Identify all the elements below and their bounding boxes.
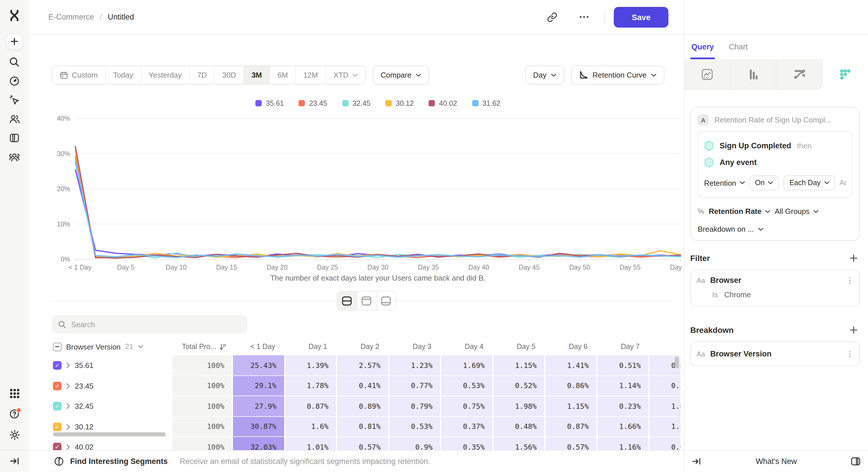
retention-cell[interactable]: 1.16%	[597, 437, 649, 450]
create-new-button[interactable]	[6, 33, 23, 49]
retention-on-dropdown[interactable]: On	[749, 175, 779, 190]
layout-panel-icon[interactable]	[851, 457, 861, 466]
expand-row-icon[interactable]	[66, 444, 70, 450]
range-3m[interactable]: 3M	[244, 66, 270, 84]
range-today[interactable]: Today	[105, 66, 141, 84]
help-icon[interactable]	[5, 404, 24, 423]
expand-row-icon[interactable]	[66, 363, 70, 369]
retention-cell[interactable]: 0.23%	[597, 396, 649, 416]
retention-advanced-dropdown[interactable]: Adv...	[839, 179, 846, 187]
groups-dropdown[interactable]: All Groups	[775, 207, 818, 215]
breadcrumb-report-title[interactable]: Untitled	[108, 13, 134, 21]
retention-cell[interactable]: 0.29%	[649, 376, 680, 396]
retention-cell[interactable]: 0.51%	[597, 355, 649, 376]
report-type-flows[interactable]	[777, 59, 823, 90]
legend-item[interactable]: 32.45	[342, 99, 370, 107]
table-row-32.45[interactable]: ✓ 32.45100%27.9%0.87%0.89%0.79%0.75%1.98…	[52, 396, 680, 416]
vertical-scrollbar[interactable]	[675, 357, 679, 368]
tab-chart[interactable]: Chart	[729, 34, 748, 59]
layout-chart-top-button[interactable]	[356, 292, 376, 310]
mixpanel-logo-icon[interactable]	[8, 7, 21, 24]
day-column-header[interactable]: Day 5	[493, 343, 545, 351]
apps-grid-icon[interactable]	[5, 384, 24, 403]
retention-cell[interactable]: 0.57%	[545, 437, 597, 450]
retention-cell[interactable]: 0.75%	[441, 396, 493, 416]
day-column-header[interactable]: Day 1	[285, 343, 337, 351]
filter-kebab-icon[interactable]: ⋮	[846, 276, 854, 284]
retention-cell[interactable]: 0.79%	[389, 396, 441, 416]
tab-query[interactable]: Query	[691, 34, 714, 59]
breakdown-property-row[interactable]: Aa Browser Version ⋮	[696, 349, 854, 358]
retention-cell[interactable]: 1.56%	[493, 437, 545, 450]
row-checkbox[interactable]: ✓	[53, 443, 62, 450]
breadcrumb-project[interactable]: E-Commerce	[48, 13, 94, 21]
interesting-segments-bar[interactable]: Find Interesting Segments Receive an ema…	[29, 450, 684, 472]
retention-cell[interactable]: 32.03%	[233, 437, 285, 450]
search-input[interactable]	[71, 320, 241, 329]
range-custom[interactable]: Custom	[52, 66, 105, 84]
granularity-dropdown[interactable]: Day	[525, 66, 564, 85]
chart-type-dropdown[interactable]: Retention Curve	[571, 66, 664, 85]
group-column-header[interactable]: Browser Version21	[52, 342, 173, 351]
day-column-header[interactable]: Day 3	[389, 343, 441, 351]
retention-cell[interactable]: 1.69%	[441, 355, 493, 376]
retention-cell[interactable]: 0.87%	[545, 416, 597, 437]
day-column-header[interactable]: < 1 Day	[233, 343, 285, 351]
more-options-icon[interactable]	[576, 8, 593, 26]
retention-cell[interactable]: 0.87%	[285, 396, 337, 416]
retention-cell[interactable]: 0.81%	[337, 416, 389, 437]
save-button[interactable]: Save	[614, 7, 669, 27]
retention-type-dropdown[interactable]: Retention	[704, 178, 745, 187]
retention-cell[interactable]: 1.98%	[493, 396, 545, 416]
retention-cell[interactable]: 1.41%	[545, 355, 597, 376]
expand-row-icon[interactable]	[66, 424, 70, 430]
retention-cell[interactable]: 27.9%	[233, 396, 285, 416]
retention-cell[interactable]: 30.87%	[233, 416, 285, 437]
legend-item[interactable]: 30.12	[385, 99, 414, 107]
range-12m[interactable]: 12M	[296, 66, 326, 84]
range-7d[interactable]: 7D	[189, 66, 214, 84]
retention-cell[interactable]: 25.43%	[233, 355, 285, 376]
retention-cell[interactable]: 1.02%	[649, 396, 680, 416]
retention-cell[interactable]: 1.66%	[597, 416, 649, 437]
retention-cell[interactable]: 0.48%	[493, 416, 545, 437]
query-step-1[interactable]: Sign Up Completedthen	[704, 137, 846, 154]
users-icon[interactable]	[5, 109, 24, 128]
select-all-checkbox[interactable]	[53, 342, 62, 351]
report-type-insights[interactable]	[684, 59, 731, 90]
retention-cell[interactable]: 0.53%	[441, 376, 493, 396]
retention-cell[interactable]: 0.35%	[441, 437, 493, 450]
retention-cell[interactable]: 0.68%	[649, 437, 680, 450]
total-cell[interactable]: 100%	[173, 437, 233, 450]
report-type-retention[interactable]	[823, 59, 868, 90]
search-nav-icon[interactable]	[5, 52, 24, 71]
cohorts-icon[interactable]	[5, 147, 24, 166]
filter-property-row[interactable]: Aa Browser ⋮	[696, 276, 854, 284]
compare-button[interactable]: Compare	[373, 66, 429, 85]
whats-new-link[interactable]: What's New	[684, 457, 868, 466]
expand-row-icon[interactable]	[66, 403, 70, 410]
retention-cell[interactable]: 1.15%	[493, 355, 545, 376]
legend-item[interactable]: 40.02	[429, 99, 457, 107]
total-cell[interactable]: 100%	[173, 396, 233, 416]
boards-icon[interactable]	[5, 128, 24, 147]
retention-cell[interactable]: 1.78%	[285, 376, 337, 396]
table-row-40.02[interactable]: ✓ 40.02100%32.03%1.01%0.57%0.9%0.35%1.56…	[52, 437, 680, 450]
expand-sidebar-icon[interactable]	[5, 452, 24, 470]
retention-interval-dropdown[interactable]: Each Day	[784, 175, 835, 190]
events-cursor-icon[interactable]	[5, 90, 24, 109]
copy-link-icon[interactable]	[544, 8, 561, 26]
day-column-header[interactable]: Day 2	[337, 343, 389, 351]
total-cell[interactable]: 100%	[173, 416, 233, 437]
range-30d[interactable]: 30D	[214, 66, 244, 84]
retention-cell[interactable]: 1.14%	[597, 376, 649, 396]
query-step-2[interactable]: Any event	[704, 154, 846, 171]
discover-compass-icon[interactable]	[5, 71, 24, 90]
retention-cell[interactable]: 0.37%	[441, 416, 493, 437]
legend-item[interactable]: 31.62	[472, 99, 500, 107]
retention-cell[interactable]: 0.77%	[389, 376, 441, 396]
retention-cell[interactable]: 1.39%	[285, 355, 337, 376]
retention-cell[interactable]: 1.31%	[649, 416, 680, 437]
legend-item[interactable]: 35.61	[255, 99, 284, 107]
table-row-23.45[interactable]: ✓ 23.45100%29.1%1.78%0.41%0.77%0.53%0.52…	[52, 376, 680, 396]
